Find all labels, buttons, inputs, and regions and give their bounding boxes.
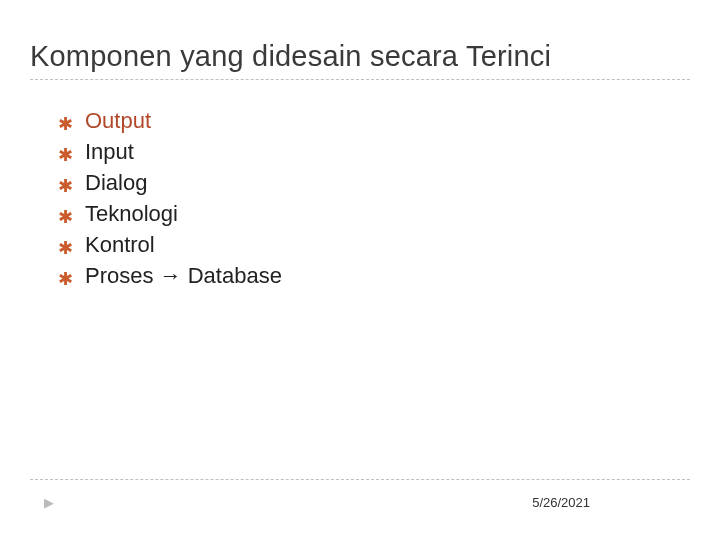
- slide: Komponen yang didesain secara Terinci ✱ …: [0, 0, 720, 540]
- item-text: Teknologi: [85, 201, 178, 227]
- footer-divider: [30, 479, 690, 480]
- list-item: ✱ Kontrol: [58, 232, 690, 258]
- bullet-icon: ✱: [58, 208, 73, 226]
- list-item: ✱ Teknologi: [58, 201, 690, 227]
- slide-title: Komponen yang didesain secara Terinci: [30, 40, 690, 73]
- bullet-icon: ✱: [58, 115, 73, 133]
- item-text: Proses → Database: [85, 263, 282, 289]
- item-text: Output: [85, 108, 151, 134]
- bullet-icon: ✱: [58, 177, 73, 195]
- list-item: ✱ Input: [58, 139, 690, 165]
- bullet-list: ✱ Output ✱ Input ✱ Dialog ✱ Teknologi ✱ …: [58, 108, 690, 289]
- list-item: ✱ Dialog: [58, 170, 690, 196]
- item-text: Kontrol: [85, 232, 155, 258]
- bullet-icon: ✱: [58, 270, 73, 288]
- item-text: Dialog: [85, 170, 147, 196]
- bullet-icon: ✱: [58, 146, 73, 164]
- footer-marker-icon: ▶: [44, 495, 54, 510]
- footer: ▶ 5/26/2021: [30, 495, 690, 510]
- title-divider: [30, 79, 690, 80]
- list-item: ✱ Output: [58, 108, 690, 134]
- list-item: ✱ Proses → Database: [58, 263, 690, 289]
- footer-date: 5/26/2021: [532, 495, 590, 510]
- item-text: Input: [85, 139, 134, 165]
- bullet-icon: ✱: [58, 239, 73, 257]
